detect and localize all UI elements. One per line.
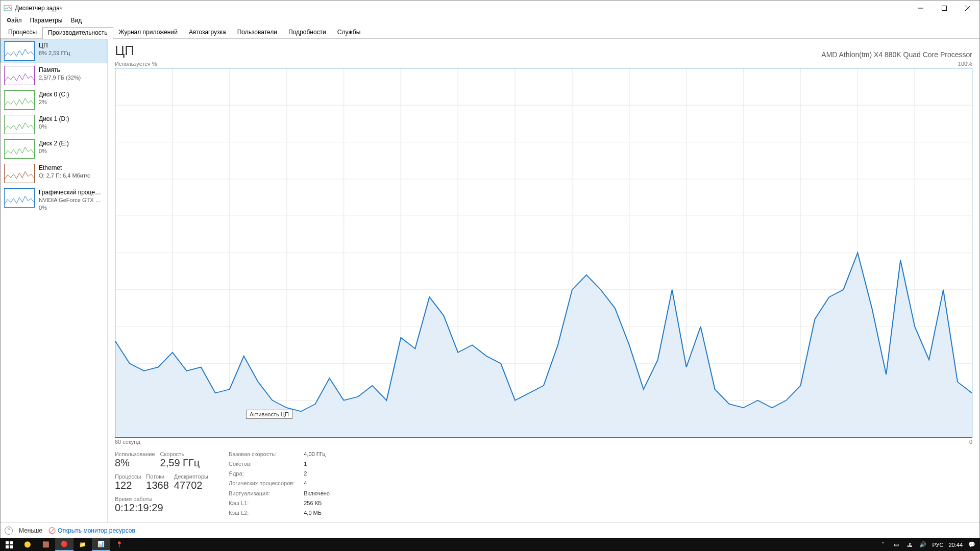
sidebar-item-title: Диск 0 (C:) xyxy=(39,90,69,98)
tabstrip: ПроцессыПроизводительностьЖурнал приложе… xyxy=(1,27,979,39)
sidebar-thumb-mem xyxy=(4,66,35,85)
sidebar-item-mem[interactable]: Память2,5/7,9 ГБ (32%) xyxy=(1,63,107,88)
svg-rect-2 xyxy=(942,6,947,11)
sidebar-item-gpu[interactable]: Графический процессор 0NVIDIA GeForce GT… xyxy=(1,186,107,214)
cpu-chart[interactable]: Активность ЦП xyxy=(115,68,972,438)
titlebar[interactable]: Диспетчер задач xyxy=(1,1,979,16)
detail-key: Кэш L1: xyxy=(229,500,295,509)
stat-label: Дескрипторы xyxy=(174,473,208,480)
sidebar-item-title: Графический процессор 0 xyxy=(39,188,104,196)
main-panel: ЦП AMD Athlon(tm) X4 880K Quad Core Proc… xyxy=(108,39,979,522)
start-button[interactable] xyxy=(0,538,18,551)
svg-rect-32 xyxy=(10,541,13,544)
collapse-icon[interactable]: ⌃ xyxy=(5,527,13,535)
svg-rect-33 xyxy=(6,545,9,548)
svg-marker-28 xyxy=(115,253,972,438)
chart-x-right: 0 xyxy=(969,439,972,445)
svg-line-30 xyxy=(50,529,54,533)
sidebar-item-title: Диск 1 (D:) xyxy=(39,115,69,123)
uptime-value: 0:12:19:29 xyxy=(115,502,208,513)
chart-x-left: 60 секунд xyxy=(115,439,140,445)
stat-value: 1368 xyxy=(146,480,169,491)
stat-label: Потоки xyxy=(146,473,169,480)
sidebar-item-disk1[interactable]: Диск 1 (D:)0% xyxy=(1,112,107,137)
tab-Службы[interactable]: Службы xyxy=(332,27,366,38)
detail-value: Включено xyxy=(304,490,330,499)
tab-Производительность[interactable]: Производительность xyxy=(42,27,113,39)
uptime-label: Время работы xyxy=(115,496,208,502)
detail-value: 4,00 ГГц xyxy=(304,451,330,460)
detail-key: Ядра: xyxy=(229,470,295,479)
page-heading: ЦП xyxy=(115,43,134,59)
sidebar-item-title: Ethernet xyxy=(39,164,90,172)
app-icon xyxy=(4,4,12,12)
stats-area: Использование 8% Скорость 2,59 ГГц Проце… xyxy=(115,451,972,518)
detail-value: 4 xyxy=(304,480,330,489)
sidebar-thumb-disk1 xyxy=(4,115,35,134)
stat-value: 2,59 ГГц xyxy=(160,457,200,468)
cpu-details: Базовая скорость:4,00 ГГцСокетов:1Ядра:2… xyxy=(229,451,330,518)
stat-label: Процессы xyxy=(115,473,141,480)
taskbar-app-3[interactable]: 📍 xyxy=(110,538,129,551)
minimize-button[interactable] xyxy=(909,1,933,16)
window-title: Диспетчер задач xyxy=(15,5,909,12)
tray-language[interactable]: РУС xyxy=(932,542,943,548)
chart-y-label: Используется % xyxy=(115,61,157,67)
taskbar-app-explorer[interactable]: 📁 xyxy=(74,538,92,551)
cpu-model: AMD Athlon(tm) X4 880K Quad Core Process… xyxy=(821,51,972,59)
taskbar-app-1[interactable]: 🟫 xyxy=(37,538,55,551)
detail-key: Логических процессоров: xyxy=(229,480,295,489)
tray-network-icon[interactable]: 🖧 xyxy=(905,541,914,549)
detail-key: Виртуализация: xyxy=(229,490,295,499)
sidebar-item-title: Память xyxy=(39,66,81,74)
sidebar-item-net[interactable]: EthernetО: 2,7 П: 6,4 Мбит/с xyxy=(1,161,107,186)
close-button[interactable] xyxy=(956,1,979,16)
open-resmon-link[interactable]: Открыть монитор ресурсов xyxy=(48,527,135,534)
sidebar-thumb-gpu xyxy=(4,188,35,208)
detail-value: 1 xyxy=(304,461,330,469)
sidebar-item-cpu[interactable]: ЦП8% 2,59 ГГц xyxy=(1,39,107,63)
sidebar-item-sub: 8% 2,59 ГГц xyxy=(39,49,70,57)
chart-tooltip: Активность ЦП xyxy=(246,410,292,419)
resmon-icon xyxy=(48,527,56,534)
sidebar: ЦП8% 2,59 ГГцПамять2,5/7,9 ГБ (32%)Диск … xyxy=(1,39,108,522)
stat-value: 47702 xyxy=(174,480,208,491)
detail-value: 4,0 МБ xyxy=(304,510,330,518)
stat-value: 122 xyxy=(115,480,141,491)
tray-chevron-icon[interactable]: ˄ xyxy=(879,541,887,549)
detail-value: 256 КБ xyxy=(304,500,330,509)
sidebar-thumb-cpu xyxy=(4,41,35,61)
sidebar-item-sub: 2,5/7,9 ГБ (32%) xyxy=(39,74,81,82)
tray-notifications-icon[interactable]: 💬 xyxy=(968,541,976,549)
sidebar-item-sub: 2% xyxy=(39,98,69,106)
tab-Автозагрузка[interactable]: Автозагрузка xyxy=(183,27,232,38)
menu-Вид[interactable]: Вид xyxy=(66,16,86,27)
sidebar-item-title: Диск 2 (E:) xyxy=(39,139,69,147)
sidebar-item-sub: О: 2,7 П: 6,4 Мбит/с xyxy=(39,172,90,180)
sidebar-item-disk0[interactable]: Диск 0 (C:)2% xyxy=(1,88,107,112)
taskbar-app-2[interactable]: 🔴 xyxy=(55,538,74,551)
sidebar-item-disk2[interactable]: Диск 2 (E:)0% xyxy=(1,137,107,161)
sidebar-thumb-disk2 xyxy=(4,139,35,159)
tab-Процессы[interactable]: Процессы xyxy=(3,27,42,38)
tab-Журнал приложений[interactable]: Журнал приложений xyxy=(113,27,183,38)
svg-rect-31 xyxy=(6,541,9,544)
taskbar[interactable]: 🟡 🟫 🔴 📁 📊 📍 ˄ ▭ 🖧 🔊 РУС 20:44 💬 xyxy=(0,538,980,551)
tray-clock[interactable]: 20:44 xyxy=(948,542,963,548)
maximize-button[interactable] xyxy=(933,1,956,16)
taskbar-app-taskmgr[interactable]: 📊 xyxy=(92,538,110,551)
tab-Пользователи[interactable]: Пользователи xyxy=(232,27,283,38)
taskbar-app-browser[interactable]: 🟡 xyxy=(18,538,37,551)
detail-key: Сокетов: xyxy=(229,461,295,469)
stat-label: Скорость xyxy=(160,451,200,457)
tray-volume-icon[interactable]: 🔊 xyxy=(919,541,927,549)
menu-Параметры[interactable]: Параметры xyxy=(26,16,67,27)
fewer-details-link[interactable]: Меньше xyxy=(19,527,42,534)
sidebar-thumb-net xyxy=(4,164,35,183)
stat-label: Использование xyxy=(115,451,155,457)
sidebar-item-title: ЦП xyxy=(39,41,70,49)
menu-Файл[interactable]: Файл xyxy=(3,16,26,27)
detail-key: Кэш L2: xyxy=(229,510,295,518)
tray-battery-icon[interactable]: ▭ xyxy=(892,541,900,549)
tab-Подробности[interactable]: Подробности xyxy=(283,27,332,38)
